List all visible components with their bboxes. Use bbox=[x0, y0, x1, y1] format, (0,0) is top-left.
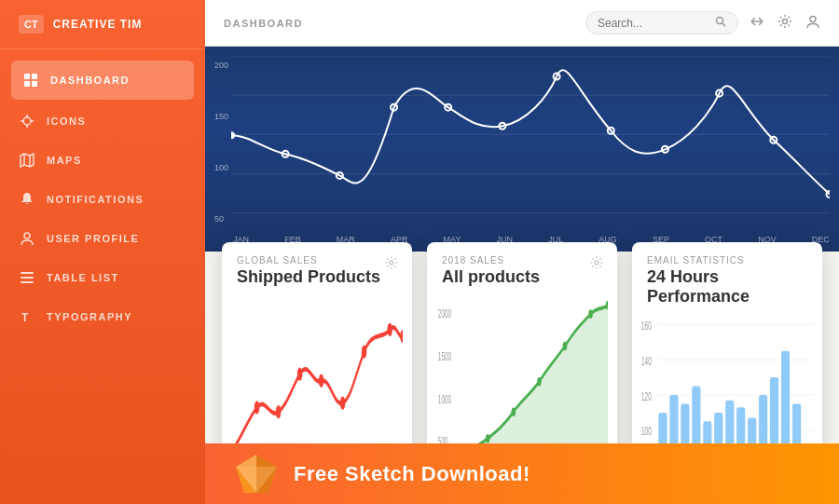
svg-point-43 bbox=[319, 375, 324, 388]
svg-point-16 bbox=[717, 18, 723, 24]
arrows-icon[interactable] bbox=[750, 14, 764, 33]
notifications-icon bbox=[19, 191, 35, 208]
svg-rect-3 bbox=[32, 81, 37, 87]
svg-point-53 bbox=[537, 377, 542, 387]
svg-point-4 bbox=[23, 117, 31, 125]
svg-point-11 bbox=[24, 233, 30, 238]
svg-line-17 bbox=[722, 23, 726, 27]
sketch-gem bbox=[233, 453, 280, 495]
svg-point-48 bbox=[595, 261, 598, 265]
chart-y-labels: 200 150 100 50 bbox=[214, 61, 228, 224]
card-all-products-header: 2018 Sales All products bbox=[427, 242, 617, 293]
card-all-products-settings[interactable] bbox=[589, 255, 604, 274]
sidebar-item-table-list-label: TABLE LIST bbox=[47, 272, 119, 283]
sidebar-item-notifications-label: NOTIFICATIONS bbox=[47, 194, 144, 205]
svg-text:1000: 1000 bbox=[438, 392, 451, 405]
main-content: DASHBOARD bbox=[205, 0, 839, 504]
sidebar-item-icons[interactable]: ICONS bbox=[0, 102, 205, 141]
settings-icon[interactable] bbox=[777, 14, 792, 33]
svg-point-26 bbox=[231, 132, 235, 139]
bottom-banner[interactable]: Free Sketch Download! bbox=[205, 443, 839, 504]
svg-point-54 bbox=[563, 342, 568, 351]
svg-point-42 bbox=[297, 367, 303, 380]
svg-point-41 bbox=[276, 405, 282, 418]
table-list-icon bbox=[19, 269, 35, 286]
sidebar-item-maps-label: MAPS bbox=[47, 155, 82, 166]
card-performance-subtitle: Email Statistics bbox=[647, 255, 807, 266]
svg-text:160: 160 bbox=[641, 320, 652, 333]
dashboard-body: 200 150 100 50 bbox=[205, 47, 839, 504]
sidebar: CT CREATIVE TIM DASHBOARD bbox=[0, 0, 205, 504]
y-label-150: 150 bbox=[214, 112, 228, 121]
sidebar-item-maps[interactable]: MAPS bbox=[0, 141, 205, 180]
svg-text:T: T bbox=[21, 311, 30, 324]
card-shipped-settings[interactable] bbox=[384, 255, 399, 274]
card-performance-title: 24 Hours Performance bbox=[647, 267, 807, 306]
user-icon[interactable] bbox=[805, 14, 820, 33]
svg-point-55 bbox=[588, 309, 593, 319]
svg-point-20 bbox=[810, 16, 816, 21]
svg-rect-1 bbox=[32, 74, 37, 79]
y-label-50: 50 bbox=[214, 214, 228, 224]
svg-point-44 bbox=[340, 396, 346, 409]
typography-icon: T bbox=[19, 308, 35, 325]
search-box bbox=[585, 11, 738, 34]
svg-point-45 bbox=[362, 346, 367, 359]
sidebar-item-user-profile[interactable]: USER PROFILE bbox=[0, 219, 205, 258]
sidebar-item-user-profile-label: USER PROFILE bbox=[47, 233, 139, 244]
svg-point-38 bbox=[390, 261, 393, 265]
svg-text:120: 120 bbox=[641, 389, 652, 402]
sidebar-item-notifications[interactable]: NOTIFICATIONS bbox=[0, 180, 205, 219]
card-all-products-title: All products bbox=[442, 267, 602, 287]
maps-icon bbox=[19, 152, 35, 169]
chart-svg-container bbox=[231, 56, 830, 228]
user-profile-icon bbox=[19, 230, 35, 247]
svg-point-40 bbox=[254, 401, 260, 414]
app-container: CT CREATIVE TIM DASHBOARD bbox=[0, 0, 839, 504]
svg-point-19 bbox=[783, 19, 788, 23]
topbar-title: DASHBOARD bbox=[224, 18, 574, 29]
svg-text:2000: 2000 bbox=[438, 306, 451, 320]
card-all-products-subtitle: 2018 Sales bbox=[442, 255, 602, 266]
topbar: DASHBOARD bbox=[205, 0, 839, 47]
svg-point-51 bbox=[486, 434, 490, 443]
topbar-icons bbox=[750, 14, 820, 33]
banner-text: Free Sketch Download! bbox=[294, 462, 530, 486]
search-icon bbox=[715, 16, 726, 30]
svg-text:100: 100 bbox=[641, 425, 652, 438]
svg-rect-13 bbox=[21, 277, 34, 279]
svg-point-52 bbox=[512, 407, 516, 416]
svg-rect-0 bbox=[24, 74, 30, 79]
svg-text:140: 140 bbox=[641, 354, 652, 367]
card-performance-header: Email Statistics 24 Hours Performance bbox=[632, 242, 822, 312]
icons-icon bbox=[19, 113, 35, 129]
card-shipped-title: Shipped Products bbox=[237, 267, 397, 287]
svg-point-47 bbox=[400, 330, 403, 343]
sidebar-item-typography[interactable]: T TYPOGRAPHY bbox=[0, 297, 205, 336]
sidebar-item-typography-label: TYPOGRAPHY bbox=[47, 311, 132, 322]
svg-rect-14 bbox=[21, 281, 34, 283]
svg-rect-2 bbox=[24, 81, 30, 87]
svg-text:1500: 1500 bbox=[438, 349, 451, 362]
sidebar-logo: CT CREATIVE TIM bbox=[0, 0, 205, 49]
logo-text: CREATIVE TIM bbox=[53, 18, 143, 31]
svg-rect-12 bbox=[21, 272, 34, 274]
svg-point-46 bbox=[387, 323, 392, 336]
sidebar-item-dashboard-label: DASHBOARD bbox=[50, 75, 130, 86]
sidebar-item-dashboard[interactable]: DASHBOARD bbox=[11, 61, 194, 100]
sidebar-item-icons-label: ICONS bbox=[47, 116, 86, 127]
card-shipped-subtitle: Global Sales bbox=[237, 255, 397, 266]
big-chart: 200 150 100 50 bbox=[205, 47, 839, 252]
card-shipped-header: Global Sales Shipped Products bbox=[222, 242, 412, 293]
sidebar-nav: DASHBOARD ICONS bbox=[0, 49, 205, 504]
sidebar-item-table-list[interactable]: TABLE LIST bbox=[0, 258, 205, 297]
dashboard-icon bbox=[22, 72, 39, 89]
y-label-100: 100 bbox=[214, 163, 228, 172]
logo-badge: CT bbox=[19, 15, 44, 34]
y-label-200: 200 bbox=[214, 61, 228, 70]
search-input[interactable] bbox=[598, 17, 709, 30]
